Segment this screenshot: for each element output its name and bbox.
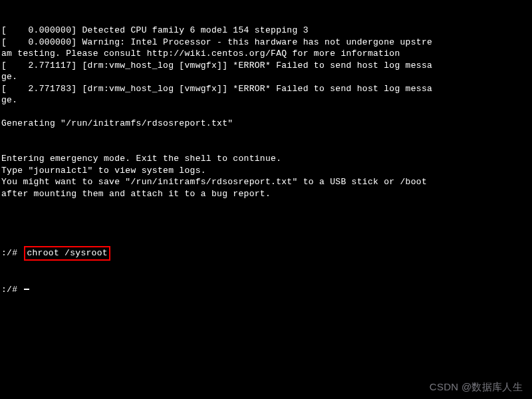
boot-log-line: [ 0.000000] Warning: Intel Processor - t…: [1, 37, 532, 49]
boot-log-line: [ 0.000000] Detected CPU family 6 model …: [1, 25, 532, 37]
shell-prompt-line-1: :/# chroot /sysroot: [1, 246, 532, 261]
boot-log-line: after mounting them and attach it to a b…: [1, 188, 532, 200]
highlighted-command-box: chroot /sysroot: [24, 246, 110, 261]
boot-log-line: [ 2.771783] [drm:vmw_host_log [vmwgfx]] …: [1, 83, 532, 95]
boot-log-line: ge.: [1, 71, 532, 83]
shell-prompt-prefix: :/#: [1, 284, 23, 296]
boot-log-line: Entering emergency mode. Exit the shell …: [1, 153, 532, 165]
boot-log-line: [ 2.771117] [drm:vmw_host_log [vmwgfx]] …: [1, 60, 532, 72]
boot-log-line: [1, 130, 532, 142]
boot-log-line: [1, 142, 532, 154]
boot-log-line: You might want to save "/run/initramfs/r…: [1, 176, 532, 188]
boot-log-line: am testing. Please consult http://wiki.c…: [1, 48, 532, 60]
cursor-icon: [24, 289, 29, 290]
watermark-text: CSDN @数据库人生: [430, 380, 523, 394]
entered-command: chroot /sysroot: [27, 248, 108, 258]
boot-log-line: Generating "/run/initramfs/rdsosreport.t…: [1, 118, 532, 130]
boot-log-area: [ 0.000000] Detected CPU family 6 model …: [1, 25, 532, 223]
boot-log-line: Type "journalctl" to view system logs.: [1, 165, 532, 177]
boot-log-line: ge.: [1, 94, 532, 106]
shell-prompt-line-2[interactable]: :/#: [1, 284, 532, 296]
shell-prompt-prefix: :/#: [1, 247, 23, 259]
boot-log-line: [1, 200, 532, 211]
terminal-screen[interactable]: [ 0.000000] Detected CPU family 6 model …: [0, 0, 532, 307]
boot-log-line: [1, 211, 532, 223]
boot-log-line: [1, 106, 532, 118]
